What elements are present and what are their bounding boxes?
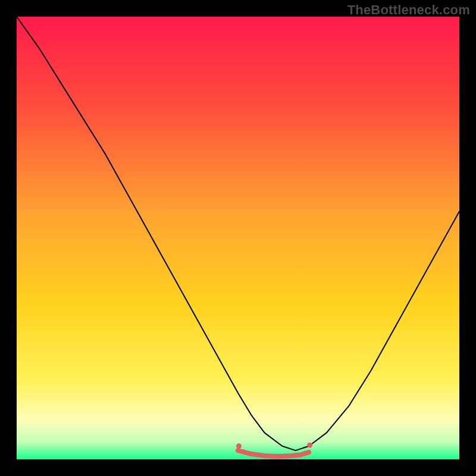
trough-endcap-right [307, 443, 312, 448]
trough-endcap-left [236, 443, 242, 449]
bottleneck-chart [0, 0, 476, 476]
chart-frame: TheBottleneck.com [0, 0, 476, 476]
watermark-text: TheBottleneck.com [347, 2, 470, 18]
